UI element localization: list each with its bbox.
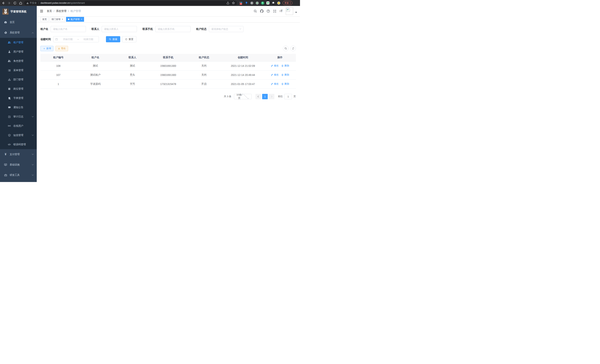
sidebar-item-dict[interactable]: 字典管理	[0, 93, 37, 103]
sidebar-fold-icon[interactable]	[40, 9, 43, 13]
forward-icon[interactable]	[8, 1, 11, 5]
sidebar-item-user[interactable]: 用户管理	[0, 47, 37, 56]
extension-chat-icon[interactable]	[266, 1, 270, 5]
browser-menu-icon[interactable]	[290, 2, 291, 4]
breadcrumb-system[interactable]: 系统管理	[56, 9, 66, 13]
font-size-icon[interactable]: TT	[280, 10, 282, 13]
chevron-down-icon	[32, 115, 34, 117]
sidebar-item-devtools[interactable]: 研发工具	[0, 170, 37, 180]
extension-command-icon[interactable]: ⌘	[250, 1, 253, 5]
sidebar-item-notice[interactable]: 通知公告	[0, 103, 37, 112]
bookmark-star-icon[interactable]	[232, 1, 235, 4]
reset-button[interactable]: 重置	[122, 36, 136, 42]
avatar-caret-icon[interactable]	[295, 12, 297, 13]
security-chip[interactable]: 不安全	[26, 1, 37, 5]
extension-emoji-icon[interactable]	[277, 1, 280, 5]
extension-y-icon[interactable]: Y	[261, 1, 264, 5]
github-icon[interactable]	[260, 9, 263, 13]
refresh-button[interactable]	[290, 46, 296, 51]
goto-page-input[interactable]	[284, 94, 292, 99]
extensions-puzzle-icon[interactable]	[272, 1, 275, 5]
chevron-down-icon	[32, 163, 34, 165]
fullscreen-icon[interactable]	[273, 9, 276, 13]
tab-dept[interactable]: 部门管理 ×	[50, 17, 65, 22]
app-logo-row[interactable]: 芋道管理系统	[0, 6, 37, 17]
browser-toolbar: 不安全 dashboard.yudao.iocoder.cn/system/te…	[0, 0, 300, 6]
chevron-up-icon	[32, 32, 34, 34]
trash-icon	[281, 65, 284, 67]
extension-dot-icon[interactable]	[255, 1, 259, 5]
close-icon[interactable]: ×	[81, 18, 82, 20]
online-signal-icon	[8, 124, 11, 127]
delete-button[interactable]: 删除	[281, 73, 289, 76]
tenant-name-input[interactable]	[51, 26, 86, 32]
avatar[interactable]	[286, 7, 293, 15]
next-page-button[interactable]	[269, 94, 274, 99]
sidebar-item-pay[interactable]: ¥ 支付管理	[0, 149, 37, 159]
sidebar-item-menu[interactable]: 菜单管理	[0, 66, 37, 75]
page-size-select[interactable]: 10条/页	[234, 94, 252, 99]
chevron-down-icon	[32, 174, 34, 176]
tab-home[interactable]: 首页	[40, 17, 49, 22]
delete-button[interactable]: 删除	[281, 82, 289, 85]
page-unit-label: 页	[293, 95, 296, 98]
date-range-picker[interactable]: 开始日期 - 结束日期	[53, 36, 99, 42]
page-number-1[interactable]: 1	[262, 94, 268, 99]
sidebar-item-post[interactable]: 岗位管理	[0, 84, 37, 93]
search-icon	[109, 38, 111, 40]
chevron-down-icon	[240, 28, 241, 29]
col-created: 创建时间	[222, 54, 264, 61]
breadcrumb-home[interactable]: 首页	[47, 9, 52, 13]
help-icon[interactable]	[267, 9, 270, 13]
search-button[interactable]: 搜索	[106, 36, 120, 42]
search-icon[interactable]	[254, 9, 257, 13]
address-bar[interactable]: 不安全 dashboard.yudao.iocoder.cn/system/te…	[24, 1, 237, 5]
reload-icon[interactable]	[13, 1, 17, 5]
tab-tenant[interactable]: 租户管理 ×	[66, 17, 84, 22]
add-button[interactable]: ＋ 新增	[40, 46, 53, 51]
chevron-right-icon	[271, 95, 272, 97]
edit-button[interactable]: 修改	[271, 82, 279, 85]
sidebar-item-audit[interactable]: 审计日志	[0, 112, 37, 121]
home-icon[interactable]	[19, 1, 22, 5]
edit-icon	[271, 83, 273, 85]
sidebar-item-role[interactable]: 角色管理	[0, 56, 37, 66]
show-search-button[interactable]	[283, 46, 289, 51]
prev-page-button[interactable]	[255, 94, 261, 99]
extension-workflow-icon[interactable]: 10	[239, 1, 243, 5]
mobile-input[interactable]	[155, 26, 190, 32]
total-count: 共 3 条	[224, 95, 231, 98]
col-mobile: 联系手机	[150, 54, 186, 61]
navbar-actions: TT	[254, 7, 297, 15]
col-actions: 操作	[264, 54, 296, 61]
extension-kite-icon[interactable]	[245, 1, 248, 5]
col-tenant-id: 租户编号	[40, 54, 76, 61]
edit-button[interactable]: 修改	[271, 64, 279, 67]
delete-button[interactable]: 删除	[281, 64, 289, 67]
sidebar-item-system[interactable]: 系统管理	[0, 28, 37, 38]
sidebar-item-infra[interactable]: 基础设施	[0, 159, 37, 170]
sidebar-item-errcode[interactable]: 错误码管理	[0, 140, 37, 149]
sidebar: 芋道管理系统 首页 系统管理 租户管理 用户管理 角色管理	[0, 6, 37, 182]
sidebar-item-online[interactable]: 在线用户	[0, 121, 37, 131]
warning-icon	[26, 2, 29, 4]
export-button[interactable]: 导出	[56, 46, 68, 51]
monitor-icon	[4, 163, 7, 166]
refresh-icon	[292, 47, 294, 50]
app-logo	[2, 9, 9, 15]
update-label: 更新	[284, 1, 289, 5]
contact-input[interactable]	[102, 26, 137, 32]
back-icon[interactable]	[2, 1, 5, 5]
edit-button[interactable]: 修改	[271, 73, 279, 76]
browser-update-button[interactable]: 更新	[282, 1, 292, 5]
close-icon[interactable]: ×	[62, 18, 63, 20]
pagination: 共 3 条 10条/页 1 前往 页	[40, 94, 296, 99]
sidebar-item-tenant[interactable]: 租户管理	[0, 38, 37, 47]
share-icon[interactable]	[226, 2, 229, 4]
end-date-placeholder: 结束日期	[80, 38, 97, 41]
sidebar-item-dept[interactable]: 部门管理	[0, 75, 37, 84]
sidebar-item-home[interactable]: 首页	[0, 17, 37, 28]
status-select[interactable]: 请选择租户状态	[209, 26, 244, 32]
sidebar-item-sms[interactable]: 短信管理	[0, 131, 37, 140]
download-icon	[58, 47, 60, 49]
